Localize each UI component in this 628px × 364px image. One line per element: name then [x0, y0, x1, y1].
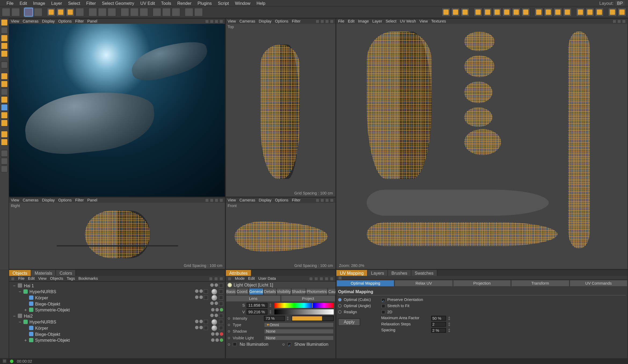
eraser-icon[interactable]	[1, 80, 8, 87]
pack-3-icon[interactable]	[595, 8, 604, 16]
vis-dot[interactable]	[210, 314, 214, 317]
material-tag-icon[interactable]	[211, 289, 217, 294]
expand-icon[interactable]: +	[24, 307, 27, 312]
vis-dot[interactable]	[195, 320, 199, 323]
extra-1-icon[interactable]	[608, 8, 617, 16]
enable-check[interactable]	[219, 283, 223, 288]
menu-select-geometry[interactable]: Select Geometry	[99, 1, 137, 5]
layout-selector[interactable]: BP	[615, 1, 625, 5]
render-dot[interactable]	[214, 302, 218, 305]
mirror-h-icon[interactable]	[474, 8, 482, 16]
shadow-select[interactable]: None	[264, 329, 334, 334]
tab-brushes[interactable]: Brushes	[388, 270, 411, 276]
radio-realign[interactable]	[338, 310, 342, 314]
snap-icon[interactable]	[185, 8, 193, 16]
nav-visibility[interactable]: Visibility	[276, 288, 291, 295]
menu-layer[interactable]: Layer	[48, 1, 65, 5]
nav-basic[interactable]: Basic	[226, 288, 236, 295]
nav-coord.[interactable]: Coord.	[236, 288, 249, 295]
tab-uv-mapping[interactable]: UV Mapping	[336, 270, 367, 276]
rotate-cw-icon[interactable]	[493, 8, 501, 16]
enable-check[interactable]	[219, 314, 223, 318]
apply-button[interactable]: Apply	[338, 318, 360, 326]
redo-icon[interactable]	[11, 8, 20, 16]
eyedrop-icon[interactable]	[1, 150, 8, 157]
menu-select[interactable]: Select	[65, 1, 83, 5]
tree-row[interactable]: Körper	[11, 325, 223, 331]
material-tag-icon[interactable]	[211, 325, 217, 331]
nav-shadow[interactable]: Shadow	[291, 288, 306, 295]
tree-row[interactable]: −Hai2	[11, 313, 223, 319]
enable-check[interactable]	[204, 295, 208, 300]
lock-icon[interactable]	[325, 277, 329, 281]
vis-dot[interactable]	[210, 302, 214, 305]
expand-icon[interactable]: −	[18, 319, 22, 324]
checker3-icon[interactable]	[140, 8, 148, 16]
subtab-projection[interactable]: Projection	[453, 280, 511, 287]
move-tool-icon[interactable]	[34, 8, 42, 16]
menu-file[interactable]: File	[3, 1, 17, 5]
eye-icon[interactable]	[214, 277, 218, 281]
nav-project[interactable]: Project	[281, 295, 335, 302]
tree-row[interactable]: Biege-Objekt	[11, 301, 223, 307]
uv-tool-1-icon[interactable]	[442, 8, 450, 16]
deformer-icon[interactable]	[172, 8, 180, 16]
rotate-ccw-icon[interactable]	[502, 8, 511, 16]
render-dot[interactable]	[199, 289, 203, 293]
no-illum-check[interactable]	[233, 342, 237, 346]
vis-dot[interactable]	[211, 308, 215, 311]
show-illum-check[interactable]	[287, 342, 291, 346]
menu-window[interactable]: Window	[232, 1, 253, 5]
v-field[interactable]: 99.216 %	[247, 309, 268, 314]
radio-angle[interactable]	[338, 304, 342, 308]
menu-plugins[interactable]: Plugins	[195, 1, 215, 5]
fit-icon[interactable]	[512, 8, 520, 16]
tab-swatches[interactable]: Swatches	[411, 270, 437, 276]
arrange-1-icon[interactable]	[534, 8, 543, 16]
viewport-top[interactable]: ViewCamerasDisplayOptionsFilter Top Grid…	[225, 18, 336, 197]
extra-2-icon[interactable]	[618, 8, 626, 16]
object-mode-icon[interactable]	[1, 27, 8, 34]
flip-icon[interactable]	[521, 8, 530, 16]
tab-objects[interactable]: Objects	[9, 270, 31, 276]
menu-image[interactable]: Image	[30, 1, 48, 5]
enable-check[interactable]	[219, 302, 223, 306]
render-dot[interactable]	[214, 314, 218, 317]
material-tag-icon[interactable]	[211, 319, 217, 325]
texture-mode-icon[interactable]	[1, 61, 8, 68]
tree-row[interactable]: +Symmetrie-Objekt	[11, 337, 223, 343]
expand-icon[interactable]: −	[13, 283, 16, 288]
search-icon[interactable]	[209, 277, 213, 281]
bucket-icon[interactable]	[1, 112, 8, 119]
material-tag-icon[interactable]	[211, 295, 217, 300]
render-dot[interactable]	[216, 332, 219, 336]
bw-swatch-icon[interactable]	[1, 166, 8, 172]
picker-icon[interactable]	[1, 88, 8, 95]
back-icon[interactable]	[309, 277, 313, 281]
vis-dot[interactable]	[195, 295, 199, 299]
checker2-icon[interactable]	[130, 8, 139, 16]
vis-dot[interactable]	[211, 338, 215, 342]
arrange-4-icon[interactable]	[563, 8, 572, 16]
menu-edit[interactable]: Edit	[17, 1, 30, 5]
enable-check[interactable]	[204, 320, 208, 324]
tree-row[interactable]: −HyperNURBS	[11, 319, 223, 325]
render-dot[interactable]	[199, 326, 203, 329]
filter-icon[interactable]	[219, 277, 223, 281]
tree-row[interactable]: +Symmetrie-Objekt	[11, 307, 223, 313]
select-tool-icon[interactable]	[24, 8, 33, 16]
render-dot[interactable]	[214, 283, 218, 287]
grip-icon[interactable]	[11, 277, 15, 281]
pack-1-icon[interactable]	[576, 8, 585, 16]
primitive-sphere-icon[interactable]	[162, 8, 171, 16]
nav-photometric[interactable]: Photometric	[306, 288, 328, 295]
render-dot[interactable]	[216, 338, 219, 342]
tree-row[interactable]: −HyperNURBS	[11, 289, 223, 295]
world-axis-icon[interactable]	[75, 8, 84, 16]
radio-cubic[interactable]	[338, 298, 342, 302]
intensity-slider[interactable]	[292, 316, 334, 321]
dolly-icon[interactable]	[210, 19, 214, 23]
s-field[interactable]: 11.858 %	[247, 303, 268, 308]
check-2d[interactable]	[381, 310, 385, 314]
type-select[interactable]: ✦ Omni	[264, 322, 334, 327]
